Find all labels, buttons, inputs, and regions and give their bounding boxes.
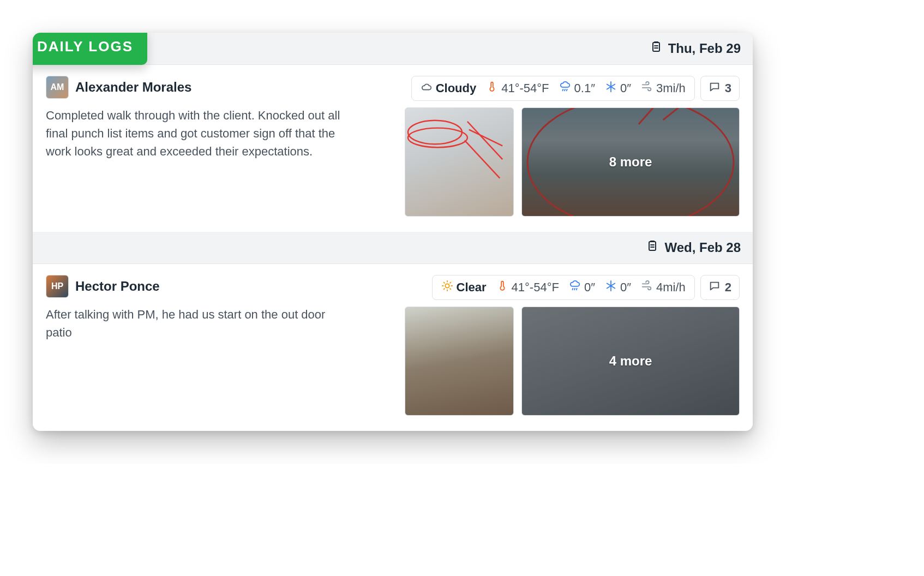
wind-icon bbox=[641, 280, 653, 295]
comments-count: 3 bbox=[725, 81, 731, 95]
weather-summary: Cloudy 41°-54°F 0.1″ bbox=[411, 76, 695, 101]
svg-rect-4 bbox=[649, 242, 656, 250]
photo-thumbnail-more[interactable]: 8 more bbox=[521, 107, 740, 217]
weather-temp-value: 41°-54°F bbox=[501, 81, 549, 95]
more-photos-label: 4 more bbox=[522, 307, 739, 415]
weather-wind: 4mi/h bbox=[641, 280, 686, 295]
log-entry: HP Hector Ponce After talking with PM, h… bbox=[33, 264, 753, 431]
weather-snow: 0″ bbox=[605, 280, 631, 295]
weather-condition: Cloudy bbox=[421, 81, 477, 96]
sun-icon bbox=[441, 280, 453, 295]
more-photos-label: 8 more bbox=[522, 108, 739, 216]
svg-point-5 bbox=[445, 284, 449, 287]
daily-logs-badge: DAILY LOGS bbox=[33, 33, 147, 65]
weather-summary: Clear 41°-54°F 0″ bbox=[432, 275, 695, 300]
clipboard-icon bbox=[650, 40, 663, 57]
rain-icon bbox=[569, 280, 581, 295]
weather-condition-label: Cloudy bbox=[436, 81, 477, 95]
comments-button[interactable]: 2 bbox=[700, 275, 740, 300]
weather-temp-value: 41°-54°F bbox=[512, 280, 559, 295]
comments-count: 2 bbox=[725, 280, 731, 295]
weather-snow-value: 0″ bbox=[620, 81, 631, 95]
weather-wind: 3mi/h bbox=[641, 81, 686, 96]
date-label: Wed, Feb 28 bbox=[664, 240, 741, 255]
svg-point-1 bbox=[408, 121, 462, 145]
cloud-icon bbox=[421, 81, 433, 96]
comment-icon bbox=[709, 280, 721, 295]
weather-condition-label: Clear bbox=[457, 280, 487, 295]
weather-temp: 41°-54°F bbox=[496, 280, 559, 295]
rain-icon bbox=[559, 81, 571, 96]
photo-strip: 4 more bbox=[405, 307, 740, 416]
snowflake-icon bbox=[605, 280, 617, 295]
avatar: AM bbox=[46, 76, 69, 99]
log-note: After talking with PM, he had us start o… bbox=[46, 305, 351, 341]
comments-button[interactable]: 3 bbox=[700, 76, 740, 101]
date-label: Thu, Feb 29 bbox=[668, 41, 741, 56]
weather-rain: 0.1″ bbox=[559, 81, 595, 96]
daily-logs-card: DAILY LOGS Thu, Feb 29 AM Alexander Mora… bbox=[33, 33, 753, 431]
weather-snow: 0″ bbox=[605, 81, 631, 96]
photo-thumbnail[interactable] bbox=[405, 107, 514, 217]
weather-condition: Clear bbox=[441, 280, 487, 295]
snowflake-icon bbox=[605, 81, 617, 96]
weather-wind-value: 4mi/h bbox=[656, 280, 686, 295]
weather-rain: 0″ bbox=[569, 280, 595, 295]
thermometer-icon bbox=[486, 81, 498, 96]
wind-icon bbox=[641, 81, 653, 96]
photo-strip: 8 more bbox=[405, 107, 740, 217]
weather-rain-value: 0″ bbox=[584, 280, 595, 295]
author-name: Hector Ponce bbox=[75, 279, 160, 294]
log-note: Completed walk through with the client. … bbox=[46, 106, 351, 160]
comment-icon bbox=[709, 81, 721, 96]
svg-rect-0 bbox=[653, 43, 659, 51]
weather-temp: 41°-54°F bbox=[486, 81, 549, 96]
svg-point-2 bbox=[408, 128, 467, 148]
date-bar: Wed, Feb 28 bbox=[33, 232, 753, 264]
photo-thumbnail-more[interactable]: 4 more bbox=[521, 307, 740, 416]
weather-wind-value: 3mi/h bbox=[656, 81, 686, 95]
author-name: Alexander Morales bbox=[75, 80, 191, 95]
photo-thumbnail[interactable] bbox=[405, 307, 514, 416]
avatar: HP bbox=[46, 275, 69, 298]
clipboard-icon bbox=[646, 239, 659, 256]
log-entry: AM Alexander Morales Completed walk thro… bbox=[33, 65, 753, 232]
weather-rain-value: 0.1″ bbox=[574, 81, 595, 95]
weather-snow-value: 0″ bbox=[620, 280, 631, 295]
thermometer-icon bbox=[496, 280, 508, 295]
